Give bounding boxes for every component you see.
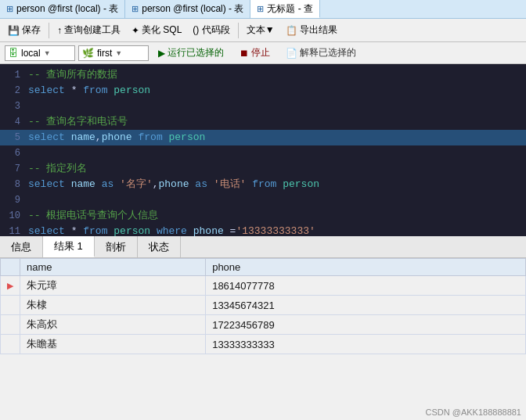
sep-1 <box>49 23 49 38</box>
code-line-7: 7 -- 指定列名 <box>0 161 526 177</box>
row-indicator-1: ▶ <box>1 276 20 296</box>
run-selected-button[interactable]: ▶ 运行已选择的 <box>152 45 230 61</box>
results-wrapper: name phone ▶ 朱元璋 18614077778 朱棣 13345674… <box>0 258 526 420</box>
code-line-10: 10 -- 根据电话号查询个人信息 <box>0 208 526 224</box>
tab-info[interactable]: 信息 <box>0 236 43 257</box>
code-line-2: 2 select * from person <box>0 83 526 99</box>
code-line-6: 6 <box>0 145 526 161</box>
table-icon-1: ⊞ <box>6 4 13 14</box>
code-line-8: 8 select name as '名字',phone as '电话' from… <box>0 177 526 192</box>
cell-phone-4: 13333333333 <box>206 335 526 354</box>
tab-untitled[interactable]: ⊞ 无标题 - 查 <box>250 0 320 18</box>
explain-button[interactable]: 📄 解释已选择的 <box>279 45 362 61</box>
code-line-5: 5 select name,phone from person <box>0 130 526 145</box>
col-phone-header: phone <box>206 259 526 276</box>
schema-dropdown-label: first <box>97 48 112 59</box>
results-table: name phone ▶ 朱元璋 18614077778 朱棣 13345674… <box>0 258 526 354</box>
editor-area[interactable]: 1 -- 查询所有的数据 2 select * from person 3 4 … <box>0 64 526 236</box>
table-row[interactable]: 朱高炽 17223456789 <box>1 315 526 335</box>
tab-profile[interactable]: 剖析 <box>95 236 138 257</box>
code-line-1: 1 -- 查询所有的数据 <box>0 67 526 83</box>
code-line-4: 4 -- 查询名字和电话号 <box>0 114 526 130</box>
stop-button[interactable]: ⏹ 停止 <box>233 45 276 61</box>
tab-person-1[interactable]: ⊞ person @first (local) - 表 <box>0 0 125 18</box>
explain-icon: 📄 <box>286 48 297 59</box>
indicator-header <box>1 259 20 276</box>
run-icon: ▶ <box>158 48 165 59</box>
bottom-panel: 信息 结果 1 剖析 状态 name phone <box>0 236 526 420</box>
table-row[interactable]: 朱棣 13345674321 <box>1 296 526 315</box>
table-icon-2: ⊞ <box>132 4 139 14</box>
cell-phone-1: 18614077778 <box>206 276 526 296</box>
tab-label-2: person @first (local) - 表 <box>142 2 243 16</box>
db-dropdown[interactable]: 🗄 local ▼ <box>5 45 75 61</box>
cell-name-1: 朱元璋 <box>20 276 206 296</box>
table-header-row: name phone <box>1 259 526 276</box>
table-row[interactable]: 朱瞻基 13333333333 <box>1 335 526 354</box>
query-create-button[interactable]: ↑ 查询创建工具 <box>52 22 125 38</box>
row-indicator-2 <box>1 296 20 315</box>
beautify-icon: ✦ <box>132 25 139 36</box>
tab-status[interactable]: 状态 <box>138 236 181 257</box>
row-indicator-4 <box>1 335 20 354</box>
tab-result1[interactable]: 结果 1 <box>43 236 95 257</box>
query-create-icon: ↑ <box>57 25 62 36</box>
export-results-button[interactable]: 📋 导出结果 <box>281 22 342 38</box>
code-line-9: 9 <box>0 192 526 208</box>
query-icon: ⊞ <box>257 4 264 14</box>
col-name-header: name <box>20 259 206 276</box>
cell-name-2: 朱棣 <box>20 296 206 315</box>
tab-person-2[interactable]: ⊞ person @first (local) - 表 <box>125 0 250 18</box>
tab-bar: ⊞ person @first (local) - 表 ⊞ person @fi… <box>0 0 526 19</box>
schema-dropdown-arrow: ▼ <box>115 49 122 57</box>
result-tabs: 信息 结果 1 剖析 状态 <box>0 236 526 258</box>
db-dropdown-arrow: ▼ <box>44 49 51 57</box>
main-container: ⊞ person @first (local) - 表 ⊞ person @fi… <box>0 0 526 420</box>
sep-2 <box>238 23 239 38</box>
save-button[interactable]: 💾 保存 <box>3 22 45 38</box>
table-row[interactable]: ▶ 朱元璋 18614077778 <box>1 276 526 296</box>
db-dropdown-icon: 🗄 <box>9 48 18 59</box>
stop-icon: ⏹ <box>240 48 249 59</box>
schema-dropdown[interactable]: 🌿 first ▼ <box>78 45 149 61</box>
query-toolbar: 🗄 local ▼ 🌿 first ▼ ▶ 运行已选择的 ⏹ 停止 📄 解释已选… <box>0 42 526 64</box>
cell-phone-3: 17223456789 <box>206 315 526 335</box>
code-line-11: 11 select * from person where phone ='13… <box>0 224 526 236</box>
schema-dropdown-icon: 🌿 <box>82 48 94 59</box>
tab-label-1: person @first (local) - 表 <box>16 2 118 16</box>
cell-name-3: 朱高炽 <box>20 315 206 335</box>
db-dropdown-label: local <box>21 48 41 59</box>
code-line-3: 3 <box>0 99 526 114</box>
export-icon: 📋 <box>286 25 297 36</box>
tab-label-3: 无标题 - 查 <box>267 2 313 16</box>
toolbar: 💾 保存 ↑ 查询创建工具 ✦ 美化 SQL () 代码段 文本▼ 📋 导出结果 <box>0 19 526 42</box>
cell-phone-2: 13345674321 <box>206 296 526 315</box>
watermark-label: CSDN @AKK188888881 <box>426 407 521 417</box>
code-segment-button[interactable]: () 代码段 <box>188 22 234 38</box>
save-icon: 💾 <box>8 25 20 36</box>
text-button[interactable]: 文本▼ <box>242 22 279 38</box>
beautify-button[interactable]: ✦ 美化 SQL <box>127 22 186 38</box>
row-indicator-3 <box>1 315 20 335</box>
cell-name-4: 朱瞻基 <box>20 335 206 354</box>
